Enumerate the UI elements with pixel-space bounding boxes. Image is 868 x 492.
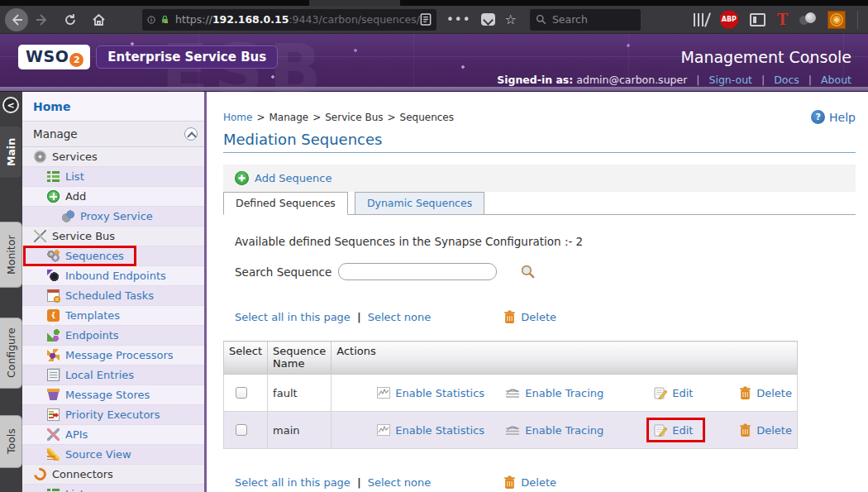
select-all-link[interactable]: Select all in this page <box>235 311 351 323</box>
vtab-configure[interactable]: Configure <box>0 318 22 389</box>
sidebar-item-inbound-endpoints[interactable]: Inbound Endpoints <box>22 266 204 286</box>
wso2-header: ESB WSO2 Enterprise Service Bus Manageme… <box>0 34 868 92</box>
enable-statistics-link[interactable]: Enable Statistics <box>395 424 484 437</box>
home-button[interactable] <box>88 9 109 31</box>
sidebar-item-message-processors[interactable]: Message Processors <box>22 346 204 365</box>
sidebar-section-manage[interactable]: Manage <box>22 122 204 147</box>
screenshot-root: https://192.168.0.15:9443/carbon/sequenc… <box>0 0 868 492</box>
select-none-link[interactable]: Select none <box>368 311 432 323</box>
sidebar-item-proxy-service[interactable]: Proxy Service <box>22 207 204 227</box>
help-link[interactable]: Help <box>829 111 856 124</box>
tab-dynamic-sequences[interactable]: Dynamic Sequences <box>355 192 484 214</box>
collapse-chevron-icon[interactable] <box>184 127 198 141</box>
edit-link[interactable]: Edit <box>672 387 693 399</box>
delete-selected-link[interactable]: Delete <box>521 311 556 323</box>
back-button[interactable] <box>5 8 28 31</box>
adblock-icon[interactable]: ABP <box>720 11 738 29</box>
select-none-link[interactable]: Select none <box>368 476 432 489</box>
add-sequence-link[interactable]: Add Sequence <box>255 172 331 184</box>
sidebar-item-add[interactable]: Add <box>22 187 204 207</box>
vtab-monitor[interactable]: Monitor <box>0 222 22 288</box>
connectors-icon <box>31 466 49 483</box>
tracing-icon <box>505 425 520 436</box>
sidebar-item-templates[interactable]: Templates <box>22 306 204 326</box>
source-view-icon <box>47 448 60 461</box>
console-title: Management Console <box>680 48 851 66</box>
page-title: Mediation Sequences <box>223 131 856 153</box>
sidebar-item-source-view[interactable]: Source View <box>22 445 204 465</box>
bookmark-star-icon[interactable]: ☆ <box>505 12 517 27</box>
library-icon[interactable] <box>694 13 708 26</box>
search-bar[interactable]: Search <box>530 9 641 31</box>
sidebar-item-scheduled-tasks[interactable]: Scheduled Tasks <box>22 286 204 306</box>
sidebar-item-endpoints[interactable]: Endpoints <box>22 326 204 346</box>
browser-toolbar: https://192.168.0.15:9443/carbon/sequenc… <box>0 6 868 34</box>
delete-icon <box>739 423 751 437</box>
table-row-fault: fault Enable Statistics Enable Tracing <box>224 375 798 412</box>
help-icon: ? <box>811 110 825 124</box>
delete-icon <box>503 475 516 490</box>
edit-icon <box>654 386 667 399</box>
extension-t-icon[interactable]: T <box>777 10 788 29</box>
url-bar[interactable]: https://192.168.0.15:9443/carbon/sequenc… <box>142 9 436 31</box>
delete-selected-link[interactable]: Delete <box>521 476 556 489</box>
vertical-tab-strip: < Main Monitor Configure Tools <box>0 92 22 492</box>
tab-defined-sequences[interactable]: Defined Sequences <box>223 192 348 215</box>
product-name: Enterprise Service Bus <box>96 45 278 69</box>
message-processors-icon <box>47 349 60 361</box>
edit-link[interactable]: Edit <box>672 424 693 437</box>
row-checkbox[interactable] <box>236 387 247 399</box>
row-checkbox[interactable] <box>236 424 247 436</box>
sidebar-item-connectors[interactable]: Connectors <box>22 465 204 485</box>
sidebar-item-priority-executors[interactable]: Priority Executors <box>22 405 204 425</box>
sidebar: Home Manage Services List Add Proxy Serv… <box>22 92 207 492</box>
reload-button[interactable] <box>60 9 81 31</box>
search-placeholder: Search <box>552 13 588 26</box>
statistics-icon <box>377 424 390 436</box>
breadcrumb-home[interactable]: Home <box>223 112 252 123</box>
forward-button[interactable] <box>31 9 53 31</box>
page-actions-icon[interactable]: ••• <box>446 12 471 27</box>
extension-gear-icon[interactable] <box>827 11 846 29</box>
reader-mode-icon[interactable] <box>420 13 432 26</box>
browser-active-tab[interactable] <box>309 0 400 6</box>
sidebar-item-connectors-list[interactable]: List <box>22 485 204 492</box>
select-all-link[interactable]: Select all in this page <box>235 476 351 489</box>
edit-icon <box>654 423 667 437</box>
sidebar-item-apis[interactable]: APIs <box>22 425 204 445</box>
statistics-icon <box>377 387 390 399</box>
vtab-tools[interactable]: Tools <box>0 415 22 468</box>
col-sequence-name: Sequence Name <box>268 342 331 375</box>
sidebar-item-service-bus[interactable]: Service Bus <box>22 227 204 246</box>
pocket-icon[interactable] <box>481 13 495 26</box>
search-icon <box>536 14 546 25</box>
enable-tracing-link[interactable]: Enable Tracing <box>525 387 603 399</box>
about-link[interactable]: About <box>821 74 851 86</box>
delete-link[interactable]: Delete <box>756 387 792 399</box>
breadcrumb-sequences: Sequences <box>400 112 454 123</box>
enable-tracing-link[interactable]: Enable Tracing <box>525 424 603 437</box>
add-sequence-bar: Add Sequence <box>223 165 856 192</box>
sign-out-link[interactable]: Sign-out <box>709 74 752 86</box>
sidebar-collapse-button[interactable]: < <box>2 97 19 113</box>
logo-wso-text: WSO <box>26 47 69 65</box>
search-sequence-icon[interactable] <box>520 264 536 279</box>
proxy-service-icon <box>62 210 74 222</box>
docs-link[interactable]: Docs <box>774 74 799 86</box>
wso2-logo[interactable]: WSO2 Enterprise Service Bus <box>18 45 278 69</box>
sidebar-item-sequences[interactable]: Sequences <box>22 246 204 266</box>
signed-in-label: Signed-in as: <box>497 74 573 86</box>
search-sequence-input[interactable] <box>338 263 497 280</box>
page-info-icon[interactable] <box>147 14 155 26</box>
delete-link[interactable]: Delete <box>756 424 792 437</box>
sidebar-item-message-stores[interactable]: Message Stores <box>22 385 204 405</box>
sidebar-item-services[interactable]: Services <box>22 147 204 167</box>
enable-statistics-link[interactable]: Enable Statistics <box>395 387 484 399</box>
lock-warning-icon[interactable] <box>160 13 169 26</box>
vtab-main[interactable]: Main <box>0 126 22 179</box>
sidebar-item-list[interactable]: List <box>22 167 204 187</box>
sidebar-home[interactable]: Home <box>22 92 204 122</box>
sidebars-icon[interactable] <box>750 13 765 26</box>
extension-mask-icon[interactable] <box>799 12 816 27</box>
sidebar-item-local-entries[interactable]: Local Entries <box>22 365 204 385</box>
